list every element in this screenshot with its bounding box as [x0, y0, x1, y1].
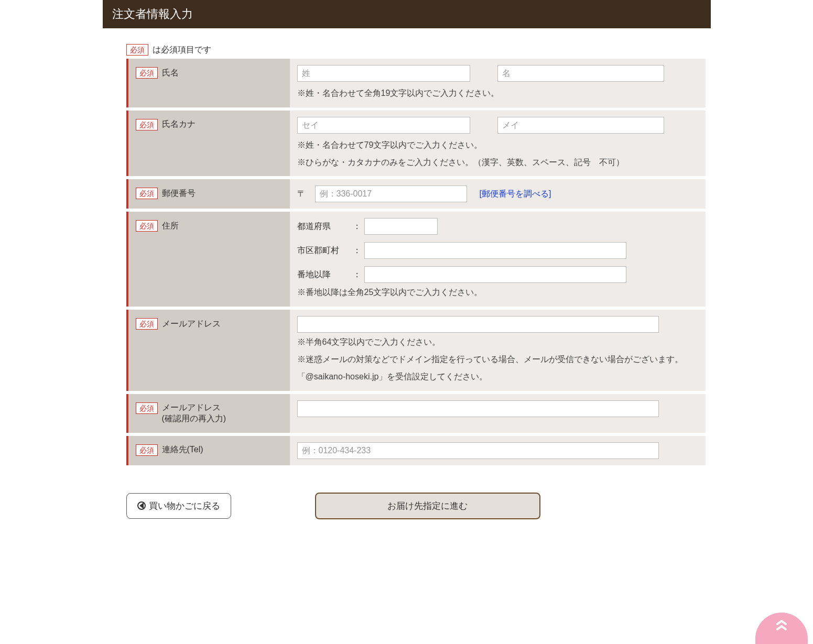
row-name-label: 必須 氏名: [127, 59, 290, 109]
kana-note1: ※姓・名合わせて79文字以内でご入力ください。: [297, 138, 698, 153]
required-badge: 必須: [136, 119, 158, 130]
tel-input[interactable]: [297, 442, 659, 459]
postal-mark-icon: 〒: [297, 189, 306, 200]
field-label: メールアドレス: [162, 319, 221, 330]
first-kana-input[interactable]: [497, 117, 664, 134]
required-badge: 必須: [136, 220, 158, 232]
field-label: 連絡先(Tel): [162, 444, 203, 455]
email-confirm-input[interactable]: [297, 400, 659, 417]
field-label: メールアドレス: [162, 403, 221, 412]
field-label: 郵便番号: [162, 188, 196, 199]
first-name-input[interactable]: [497, 65, 664, 82]
colon: ：: [353, 245, 359, 256]
prefecture-input[interactable]: [364, 218, 438, 235]
email-note3: 「@saikano-hoseki.jp」を受信設定してください。: [297, 369, 698, 385]
row-email-label: 必須 メールアドレス: [127, 308, 290, 392]
zip-input[interactable]: [315, 185, 467, 202]
back-button-label: 買い物かごに戻る: [149, 500, 220, 512]
street-label: 番地以降: [297, 269, 348, 280]
row-email-confirm-label: 必須 メールアドレス (確認用の再入力): [127, 392, 290, 434]
row-zip-label: 必須 郵便番号: [127, 178, 290, 210]
prefecture-label: 都道府県: [297, 221, 348, 232]
section-header: 注文者情報入力: [103, 0, 711, 28]
row-tel-label: 必須 連絡先(Tel): [127, 434, 290, 467]
required-badge: 必須: [136, 402, 158, 414]
field-sublabel: (確認用の再入力): [162, 414, 226, 423]
zip-lookup-link[interactable]: [郵便番号を調べる]: [480, 189, 551, 200]
required-badge: 必須: [136, 318, 158, 330]
city-label: 市区郡町村: [297, 245, 348, 256]
required-legend: 必須 は必須項目です: [103, 44, 711, 56]
field-label: 氏名カナ: [162, 119, 196, 130]
last-name-input[interactable]: [297, 65, 470, 82]
row-address-label: 必須 住所: [127, 210, 290, 308]
chevron-left-icon: [137, 501, 146, 510]
colon: ：: [353, 221, 359, 232]
required-badge: 必須: [136, 444, 158, 456]
email-note2: ※迷惑メールの対策などでドメイン指定を行っている場合、メールが受信できない場合が…: [297, 352, 698, 367]
field-label: 住所: [162, 221, 179, 232]
street-input[interactable]: [364, 266, 626, 283]
email-note1: ※半角64文字以内でご入力ください。: [297, 335, 698, 350]
required-badge: 必須: [136, 67, 158, 79]
next-button-label: お届け先指定に進む: [387, 500, 468, 512]
colon: ：: [353, 269, 359, 280]
city-input[interactable]: [364, 242, 626, 259]
legend-text: は必須項目です: [153, 45, 211, 56]
kana-note2: ※ひらがな・カタカナのみをご入力ください。（漢字、英数、スペース、記号 不可）: [297, 155, 698, 170]
email-input[interactable]: [297, 316, 659, 333]
field-label: 氏名: [162, 68, 179, 79]
last-kana-input[interactable]: [297, 117, 470, 134]
back-to-cart-button[interactable]: 買い物かごに戻る: [126, 493, 231, 519]
row-kana-label: 必須 氏名カナ: [127, 109, 290, 178]
form-table: 必須 氏名 ※姓・名合わせて全角19文字以内でご入力ください。 必須: [126, 59, 706, 468]
name-note: ※姓・名合わせて全角19文字以内でご入力ください。: [297, 86, 698, 101]
address-note: ※番地以降は全角25文字以内でご入力ください。: [297, 285, 698, 300]
proceed-button[interactable]: お届け先指定に進む: [315, 493, 540, 519]
required-badge: 必須: [126, 44, 148, 56]
required-badge: 必須: [136, 188, 158, 199]
